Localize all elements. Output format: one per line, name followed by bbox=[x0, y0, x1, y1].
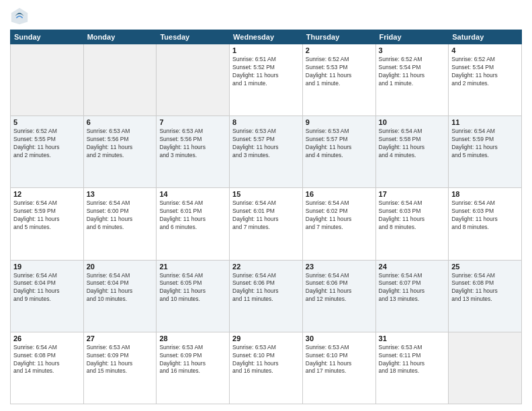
day-number: 1 bbox=[232, 46, 300, 54]
calendar-cell bbox=[11, 44, 84, 116]
day-info: Sunrise: 6:54 AM Sunset: 6:01 PM Dayligh… bbox=[232, 199, 300, 232]
calendar-week-row: 26Sunrise: 6:54 AM Sunset: 6:08 PM Dayli… bbox=[11, 332, 522, 404]
calendar-cell: 8Sunrise: 6:53 AM Sunset: 5:57 PM Daylig… bbox=[230, 116, 303, 188]
day-info: Sunrise: 6:54 AM Sunset: 6:02 PM Dayligh… bbox=[306, 199, 373, 232]
day-number: 16 bbox=[306, 190, 373, 198]
calendar-cell: 27Sunrise: 6:53 AM Sunset: 6:09 PM Dayli… bbox=[83, 332, 157, 404]
day-info: Sunrise: 6:54 AM Sunset: 6:04 PM Dayligh… bbox=[13, 272, 81, 304]
day-info: Sunrise: 6:54 AM Sunset: 6:05 PM Dayligh… bbox=[159, 272, 226, 304]
day-number: 13 bbox=[87, 190, 154, 198]
calendar-cell: 9Sunrise: 6:53 AM Sunset: 5:57 PM Daylig… bbox=[302, 116, 375, 188]
day-number: 20 bbox=[87, 263, 154, 271]
calendar-cell: 10Sunrise: 6:54 AM Sunset: 5:58 PM Dayli… bbox=[375, 116, 449, 188]
header bbox=[10, 7, 522, 26]
calendar-cell bbox=[449, 332, 522, 404]
calendar-cell: 1Sunrise: 6:51 AM Sunset: 5:52 PM Daylig… bbox=[230, 44, 303, 116]
day-info: Sunrise: 6:54 AM Sunset: 5:59 PM Dayligh… bbox=[13, 199, 81, 232]
day-number: 19 bbox=[13, 263, 81, 271]
calendar-cell: 2Sunrise: 6:52 AM Sunset: 5:53 PM Daylig… bbox=[302, 44, 375, 116]
calendar-cell: 29Sunrise: 6:53 AM Sunset: 6:10 PM Dayli… bbox=[230, 332, 303, 404]
day-number: 12 bbox=[13, 190, 81, 198]
weekday-header: Tuesday bbox=[157, 30, 230, 44]
calendar-cell: 22Sunrise: 6:54 AM Sunset: 6:06 PM Dayli… bbox=[230, 260, 303, 332]
day-number: 17 bbox=[379, 190, 446, 198]
weekday-header: Monday bbox=[83, 30, 157, 44]
weekday-header: Friday bbox=[375, 30, 449, 44]
day-number: 28 bbox=[159, 334, 226, 342]
weekday-header: Thursday bbox=[302, 30, 375, 44]
day-info: Sunrise: 6:53 AM Sunset: 6:10 PM Dayligh… bbox=[306, 344, 373, 376]
calendar-cell: 18Sunrise: 6:54 AM Sunset: 6:03 PM Dayli… bbox=[449, 188, 522, 260]
calendar-cell: 31Sunrise: 6:53 AM Sunset: 6:11 PM Dayli… bbox=[375, 332, 449, 404]
day-info: Sunrise: 6:53 AM Sunset: 6:10 PM Dayligh… bbox=[232, 344, 300, 376]
day-info: Sunrise: 6:54 AM Sunset: 6:03 PM Dayligh… bbox=[451, 199, 519, 232]
day-number: 8 bbox=[232, 118, 300, 126]
logo-icon bbox=[10, 7, 29, 26]
day-info: Sunrise: 6:53 AM Sunset: 5:56 PM Dayligh… bbox=[87, 128, 154, 160]
calendar-cell bbox=[83, 44, 157, 116]
weekday-header-row: SundayMondayTuesdayWednesdayThursdayFrid… bbox=[11, 30, 522, 44]
day-info: Sunrise: 6:54 AM Sunset: 6:08 PM Dayligh… bbox=[451, 272, 519, 304]
calendar-week-row: 1Sunrise: 6:51 AM Sunset: 5:52 PM Daylig… bbox=[11, 44, 522, 116]
day-number: 30 bbox=[306, 334, 373, 342]
day-info: Sunrise: 6:53 AM Sunset: 6:09 PM Dayligh… bbox=[87, 344, 154, 376]
day-number: 4 bbox=[451, 46, 519, 54]
day-info: Sunrise: 6:54 AM Sunset: 6:06 PM Dayligh… bbox=[306, 272, 373, 304]
day-number: 10 bbox=[379, 118, 446, 126]
calendar-cell: 6Sunrise: 6:53 AM Sunset: 5:56 PM Daylig… bbox=[83, 116, 157, 188]
calendar-week-row: 19Sunrise: 6:54 AM Sunset: 6:04 PM Dayli… bbox=[11, 260, 522, 332]
day-number: 29 bbox=[232, 334, 300, 342]
calendar-cell: 30Sunrise: 6:53 AM Sunset: 6:10 PM Dayli… bbox=[302, 332, 375, 404]
day-info: Sunrise: 6:54 AM Sunset: 6:06 PM Dayligh… bbox=[232, 272, 300, 304]
weekday-header: Saturday bbox=[449, 30, 522, 44]
weekday-header: Wednesday bbox=[230, 30, 303, 44]
day-number: 21 bbox=[159, 263, 226, 271]
calendar-cell: 21Sunrise: 6:54 AM Sunset: 6:05 PM Dayli… bbox=[157, 260, 230, 332]
calendar-cell: 23Sunrise: 6:54 AM Sunset: 6:06 PM Dayli… bbox=[302, 260, 375, 332]
calendar-cell: 12Sunrise: 6:54 AM Sunset: 5:59 PM Dayli… bbox=[11, 188, 84, 260]
day-info: Sunrise: 6:54 AM Sunset: 6:08 PM Dayligh… bbox=[13, 344, 81, 376]
calendar-cell: 3Sunrise: 6:52 AM Sunset: 5:54 PM Daylig… bbox=[375, 44, 449, 116]
day-info: Sunrise: 6:54 AM Sunset: 6:03 PM Dayligh… bbox=[379, 199, 446, 232]
day-number: 6 bbox=[87, 118, 154, 126]
day-info: Sunrise: 6:53 AM Sunset: 6:09 PM Dayligh… bbox=[159, 344, 226, 376]
day-number: 7 bbox=[159, 118, 226, 126]
calendar-cell: 16Sunrise: 6:54 AM Sunset: 6:02 PM Dayli… bbox=[302, 188, 375, 260]
day-number: 25 bbox=[451, 263, 519, 271]
day-info: Sunrise: 6:52 AM Sunset: 5:54 PM Dayligh… bbox=[451, 56, 519, 88]
calendar-cell: 19Sunrise: 6:54 AM Sunset: 6:04 PM Dayli… bbox=[11, 260, 84, 332]
calendar-cell: 25Sunrise: 6:54 AM Sunset: 6:08 PM Dayli… bbox=[449, 260, 522, 332]
day-number: 5 bbox=[13, 118, 81, 126]
day-number: 18 bbox=[451, 190, 519, 198]
calendar-cell: 11Sunrise: 6:54 AM Sunset: 5:59 PM Dayli… bbox=[449, 116, 522, 188]
calendar-cell: 4Sunrise: 6:52 AM Sunset: 5:54 PM Daylig… bbox=[449, 44, 522, 116]
day-info: Sunrise: 6:54 AM Sunset: 6:00 PM Dayligh… bbox=[87, 199, 154, 232]
calendar-week-row: 5Sunrise: 6:52 AM Sunset: 5:55 PM Daylig… bbox=[11, 116, 522, 188]
day-number: 15 bbox=[232, 190, 300, 198]
day-info: Sunrise: 6:54 AM Sunset: 6:01 PM Dayligh… bbox=[159, 199, 226, 232]
calendar-cell: 20Sunrise: 6:54 AM Sunset: 6:04 PM Dayli… bbox=[83, 260, 157, 332]
day-number: 9 bbox=[306, 118, 373, 126]
day-number: 22 bbox=[232, 263, 300, 271]
calendar-cell: 24Sunrise: 6:54 AM Sunset: 6:07 PM Dayli… bbox=[375, 260, 449, 332]
day-number: 11 bbox=[451, 118, 519, 126]
calendar-cell: 26Sunrise: 6:54 AM Sunset: 6:08 PM Dayli… bbox=[11, 332, 84, 404]
day-info: Sunrise: 6:53 AM Sunset: 5:57 PM Dayligh… bbox=[306, 128, 373, 160]
day-number: 27 bbox=[87, 334, 154, 342]
day-info: Sunrise: 6:52 AM Sunset: 5:53 PM Dayligh… bbox=[306, 56, 373, 88]
day-info: Sunrise: 6:52 AM Sunset: 5:55 PM Dayligh… bbox=[13, 128, 81, 160]
day-number: 14 bbox=[159, 190, 226, 198]
day-info: Sunrise: 6:54 AM Sunset: 5:58 PM Dayligh… bbox=[379, 128, 446, 160]
calendar-cell: 14Sunrise: 6:54 AM Sunset: 6:01 PM Dayli… bbox=[157, 188, 230, 260]
day-info: Sunrise: 6:51 AM Sunset: 5:52 PM Dayligh… bbox=[232, 56, 300, 88]
calendar-cell: 17Sunrise: 6:54 AM Sunset: 6:03 PM Dayli… bbox=[375, 188, 449, 260]
day-info: Sunrise: 6:52 AM Sunset: 5:54 PM Dayligh… bbox=[379, 56, 446, 88]
calendar-cell: 13Sunrise: 6:54 AM Sunset: 6:00 PM Dayli… bbox=[83, 188, 157, 260]
day-number: 31 bbox=[379, 334, 446, 342]
calendar-cell: 28Sunrise: 6:53 AM Sunset: 6:09 PM Dayli… bbox=[157, 332, 230, 404]
day-number: 2 bbox=[306, 46, 373, 54]
day-info: Sunrise: 6:53 AM Sunset: 5:56 PM Dayligh… bbox=[159, 128, 226, 160]
calendar-cell bbox=[157, 44, 230, 116]
page: SundayMondayTuesdayWednesdayThursdayFrid… bbox=[0, 0, 532, 411]
day-number: 24 bbox=[379, 263, 446, 271]
